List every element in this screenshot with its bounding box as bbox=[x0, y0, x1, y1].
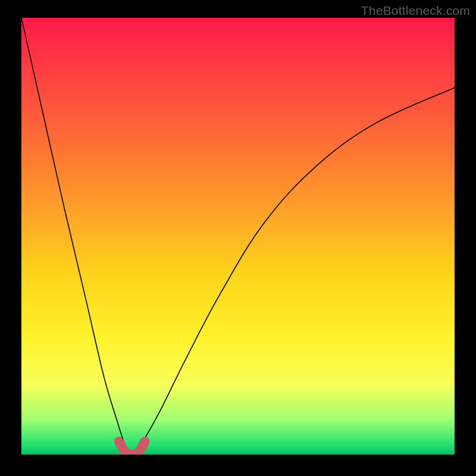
chart-plot-area bbox=[21, 18, 455, 455]
curve-left-branch bbox=[21, 18, 132, 455]
bottleneck-curve-svg bbox=[21, 18, 455, 455]
curve-minimum-highlight bbox=[119, 441, 145, 455]
watermark-text: TheBottleneck.com bbox=[361, 4, 470, 18]
curve-right-branch bbox=[132, 87, 455, 455]
